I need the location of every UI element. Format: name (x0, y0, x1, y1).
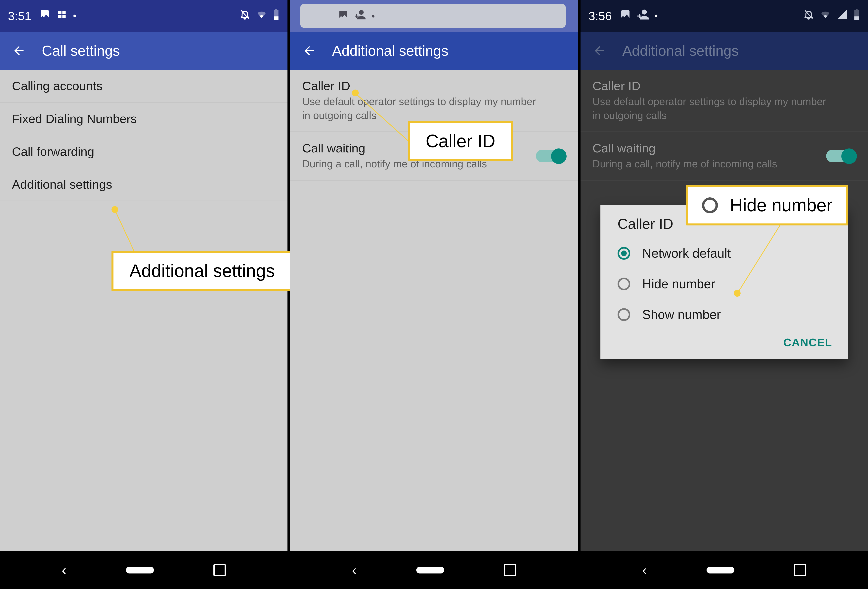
nav-bar: ‹ (290, 551, 578, 589)
nav-bar: ‹ (580, 551, 868, 589)
radio-icon (617, 278, 630, 290)
nav-recent-icon[interactable] (213, 564, 226, 576)
status-clock: 3:51 (8, 9, 31, 23)
toggle-switch (826, 150, 856, 162)
callout-label: Hide number (730, 195, 833, 215)
radio-icon (617, 247, 630, 260)
row-label: Additional settings (12, 177, 276, 191)
nav-home-icon[interactable] (126, 567, 154, 573)
page-title: Additional settings (332, 43, 448, 59)
status-bar: • (290, 0, 578, 32)
highlight-dot (111, 206, 118, 213)
row-label: Call waiting (592, 141, 826, 155)
status-pill: • (300, 4, 566, 28)
row-sublabel: Use default operator settings to display… (592, 94, 831, 122)
status-bar: 3:51 • (0, 0, 288, 32)
nav-home-icon[interactable] (707, 567, 734, 573)
row-sublabel: Use default operator settings to display… (302, 94, 541, 122)
photo-icon (620, 9, 631, 23)
nav-bar: ‹ (0, 551, 288, 589)
callout-additional-settings: Additional settings (111, 251, 293, 291)
caller-id-dialog: Caller ID Network default Hide number Sh… (601, 205, 848, 359)
radio-icon (702, 197, 718, 213)
page-title: Additional settings (622, 43, 739, 59)
nav-back-icon[interactable]: ‹ (62, 562, 66, 578)
option-hide-number[interactable]: Hide number (601, 269, 848, 299)
photo-icon (39, 9, 50, 23)
option-show-number[interactable]: Show number (601, 299, 848, 330)
back-icon[interactable] (12, 44, 26, 58)
row-calling-accounts[interactable]: Calling accounts (0, 70, 288, 103)
row-call-forwarding[interactable]: Call forwarding (0, 135, 288, 168)
screen-caller-id-dialog: 3:56 • Additional settings Caller ID Use… (580, 0, 868, 589)
action-bar: Additional settings (580, 32, 868, 70)
option-network-default[interactable]: Network default (601, 238, 848, 269)
nav-recent-icon[interactable] (794, 564, 806, 576)
battery-icon (273, 9, 279, 23)
row-additional-settings[interactable]: Additional settings (0, 168, 288, 201)
row-caller-id: Caller ID Use default operator settings … (580, 70, 868, 132)
back-icon[interactable] (302, 44, 316, 58)
radio-icon (617, 308, 630, 321)
screen-additional-settings: • Additional settings Caller ID Use defa… (290, 0, 580, 589)
row-label: Caller ID (592, 79, 856, 93)
battery-icon (853, 9, 860, 23)
dot-icon: • (654, 10, 658, 22)
person-add-icon (354, 9, 366, 23)
option-label: Hide number (642, 277, 715, 291)
dnd-icon (239, 9, 251, 23)
row-fixed-dialing[interactable]: Fixed Dialing Numbers (0, 103, 288, 135)
callout-caller-id: Caller ID (408, 121, 513, 161)
nav-back-icon[interactable]: ‹ (642, 562, 647, 578)
row-label: Call forwarding (12, 144, 276, 159)
signal-icon (837, 9, 848, 23)
row-call-waiting: Call waiting During a call, notify me of… (580, 132, 868, 180)
row-label: Fixed Dialing Numbers (12, 112, 276, 126)
dot-icon: • (73, 10, 77, 22)
row-label: Calling accounts (12, 79, 276, 93)
wifi-icon (820, 9, 831, 23)
page-title: Call settings (42, 43, 120, 59)
dot-icon: • (372, 10, 375, 22)
photo-icon (338, 10, 348, 22)
nav-back-icon[interactable]: ‹ (352, 562, 357, 578)
nav-recent-icon[interactable] (504, 564, 516, 576)
back-icon (592, 44, 607, 58)
callout-label: Caller ID (426, 131, 495, 151)
dnd-icon (803, 9, 814, 23)
settings-list: Calling accounts Fixed Dialing Numbers C… (0, 70, 288, 551)
row-sublabel: During a call, notify me of incoming cal… (592, 157, 826, 171)
status-clock: 3:56 (589, 9, 612, 23)
toggle-switch[interactable] (536, 150, 566, 162)
option-label: Show number (642, 307, 721, 322)
screen-call-settings: 3:51 • Call settings Calling accounts Fi… (0, 0, 290, 589)
wifi-icon (256, 9, 267, 23)
cancel-button[interactable]: CANCEL (783, 336, 832, 349)
row-label: Caller ID (302, 79, 566, 93)
app-icon (56, 9, 68, 23)
status-bar: 3:56 • (580, 0, 868, 32)
callout-label: Additional settings (129, 261, 275, 281)
action-bar: Additional settings (290, 32, 578, 70)
person-add-icon (637, 9, 649, 23)
action-bar: Call settings (0, 32, 288, 70)
option-label: Network default (642, 246, 731, 261)
callout-hide-number: Hide number (686, 185, 848, 225)
nav-home-icon[interactable] (416, 567, 444, 573)
